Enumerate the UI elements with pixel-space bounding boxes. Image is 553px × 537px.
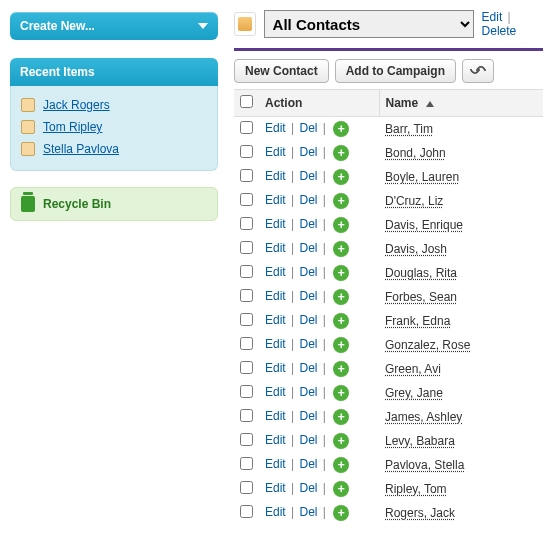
plus-icon[interactable]: + [333, 481, 349, 497]
contact-name-link[interactable]: Bond, John [385, 146, 446, 160]
add-to-campaign-button[interactable]: Add to Campaign [335, 59, 456, 83]
create-new-button[interactable]: Create New... [10, 12, 218, 40]
recent-item-link[interactable]: Stella Pavlova [43, 142, 119, 156]
row-checkbox[interactable] [240, 457, 253, 470]
row-checkbox[interactable] [240, 409, 253, 422]
plus-icon[interactable]: + [333, 385, 349, 401]
row-del-link[interactable]: Del [299, 433, 317, 447]
plus-icon[interactable]: + [333, 217, 349, 233]
view-select[interactable]: All Contacts [264, 10, 474, 38]
recent-item-link[interactable]: Jack Rogers [43, 98, 110, 112]
row-checkbox[interactable] [240, 337, 253, 350]
row-edit-link[interactable]: Edit [265, 361, 286, 375]
row-checkbox[interactable] [240, 433, 253, 446]
row-edit-link[interactable]: Edit [265, 217, 286, 231]
row-checkbox[interactable] [240, 289, 253, 302]
contact-name-link[interactable]: Douglas, Rita [385, 266, 457, 280]
contact-name-link[interactable]: Forbes, Sean [385, 290, 457, 304]
recent-item[interactable]: Jack Rogers [21, 94, 207, 116]
plus-icon[interactable]: + [333, 265, 349, 281]
plus-icon[interactable]: + [333, 145, 349, 161]
select-all-checkbox[interactable] [240, 95, 253, 108]
plus-icon[interactable]: + [333, 337, 349, 353]
plus-icon[interactable]: + [333, 121, 349, 137]
contact-name-link[interactable]: Barr, Tim [385, 122, 433, 136]
row-edit-link[interactable]: Edit [265, 433, 286, 447]
row-edit-link[interactable]: Edit [265, 289, 286, 303]
row-checkbox[interactable] [240, 505, 253, 518]
recent-item[interactable]: Tom Ripley [21, 116, 207, 138]
contact-name-link[interactable]: Frank, Edna [385, 314, 450, 328]
row-edit-link[interactable]: Edit [265, 409, 286, 423]
recent-item-link[interactable]: Tom Ripley [43, 120, 102, 134]
view-delete-link[interactable]: Delete [482, 24, 517, 38]
plus-icon[interactable]: + [333, 361, 349, 377]
row-del-link[interactable]: Del [299, 505, 317, 519]
name-header[interactable]: Name [379, 90, 543, 117]
plus-icon[interactable]: + [333, 193, 349, 209]
row-del-link[interactable]: Del [299, 121, 317, 135]
row-checkbox[interactable] [240, 193, 253, 206]
row-checkbox[interactable] [240, 313, 253, 326]
row-del-link[interactable]: Del [299, 313, 317, 327]
row-edit-link[interactable]: Edit [265, 457, 286, 471]
contact-name-link[interactable]: D'Cruz, Liz [385, 194, 443, 208]
plus-icon[interactable]: + [333, 313, 349, 329]
row-edit-link[interactable]: Edit [265, 385, 286, 399]
contact-name-link[interactable]: Green, Avi [385, 362, 441, 376]
row-edit-link[interactable]: Edit [265, 265, 286, 279]
row-edit-link[interactable]: Edit [265, 145, 286, 159]
plus-icon[interactable]: + [333, 457, 349, 473]
plus-icon[interactable]: + [333, 169, 349, 185]
new-contact-button[interactable]: New Contact [234, 59, 329, 83]
contact-name-link[interactable]: Davis, Enrique [385, 218, 463, 232]
row-del-link[interactable]: Del [299, 481, 317, 495]
row-del-link[interactable]: Del [299, 169, 317, 183]
refresh-button[interactable] [462, 59, 494, 83]
contact-name-link[interactable]: Ripley, Tom [385, 482, 447, 496]
row-checkbox[interactable] [240, 121, 253, 134]
contact-name-link[interactable]: Boyle, Lauren [385, 170, 459, 184]
view-edit-link[interactable]: Edit [482, 10, 503, 24]
row-checkbox[interactable] [240, 361, 253, 374]
row-del-link[interactable]: Del [299, 457, 317, 471]
row-del-link[interactable]: Del [299, 361, 317, 375]
row-checkbox[interactable] [240, 217, 253, 230]
row-checkbox[interactable] [240, 481, 253, 494]
plus-icon[interactable]: + [333, 505, 349, 521]
plus-icon[interactable]: + [333, 433, 349, 449]
recycle-bin-button[interactable]: Recycle Bin [10, 187, 218, 221]
contact-name-link[interactable]: Gonzalez, Rose [385, 338, 470, 352]
plus-icon[interactable]: + [333, 289, 349, 305]
plus-icon[interactable]: + [333, 409, 349, 425]
plus-icon[interactable]: + [333, 241, 349, 257]
row-del-link[interactable]: Del [299, 241, 317, 255]
contact-name-link[interactable]: Grey, Jane [385, 386, 443, 400]
row-del-link[interactable]: Del [299, 289, 317, 303]
row-del-link[interactable]: Del [299, 193, 317, 207]
row-del-link[interactable]: Del [299, 409, 317, 423]
contact-name-link[interactable]: Davis, Josh [385, 242, 447, 256]
row-edit-link[interactable]: Edit [265, 121, 286, 135]
row-edit-link[interactable]: Edit [265, 193, 286, 207]
recent-item[interactable]: Stella Pavlova [21, 138, 207, 160]
row-edit-link[interactable]: Edit [265, 169, 286, 183]
contact-name-link[interactable]: Levy, Babara [385, 434, 455, 448]
contact-name-link[interactable]: Rogers, Jack [385, 506, 455, 520]
row-del-link[interactable]: Del [299, 217, 317, 231]
row-edit-link[interactable]: Edit [265, 241, 286, 255]
row-del-link[interactable]: Del [299, 337, 317, 351]
row-edit-link[interactable]: Edit [265, 505, 286, 519]
row-del-link[interactable]: Del [299, 145, 317, 159]
row-edit-link[interactable]: Edit [265, 337, 286, 351]
row-edit-link[interactable]: Edit [265, 313, 286, 327]
row-edit-link[interactable]: Edit [265, 481, 286, 495]
contact-name-link[interactable]: Pavlova, Stella [385, 458, 464, 472]
row-del-link[interactable]: Del [299, 265, 317, 279]
contact-name-link[interactable]: James, Ashley [385, 410, 462, 424]
row-checkbox[interactable] [240, 385, 253, 398]
row-checkbox[interactable] [240, 265, 253, 278]
row-del-link[interactable]: Del [299, 385, 317, 399]
row-checkbox[interactable] [240, 241, 253, 254]
row-checkbox[interactable] [240, 169, 253, 182]
